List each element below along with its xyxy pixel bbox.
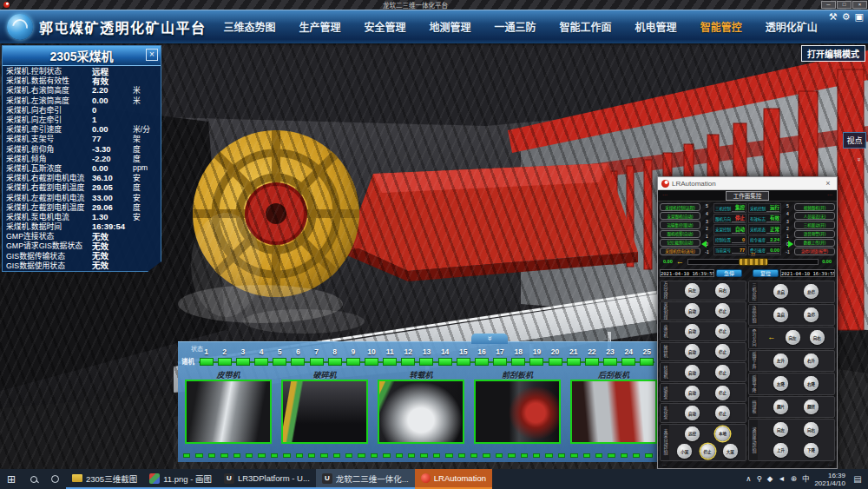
round-button-急启[interactable]: 急启 (773, 307, 788, 322)
support-status-block[interactable] (493, 358, 507, 366)
round-button-左升[interactable]: 左升 (773, 354, 788, 368)
taskbar-task[interactable]: 2305三维截图 (66, 469, 143, 489)
support-status-block[interactable] (218, 358, 232, 366)
support-status-block[interactable] (529, 358, 543, 366)
support-status-block[interactable] (621, 358, 635, 366)
round-button-启动[interactable]: 启动 (685, 406, 700, 420)
chevron-up-icon[interactable]: ∧ (746, 475, 751, 483)
panel-close-icon[interactable]: × (146, 49, 158, 61)
automation-left-small-button[interactable]: 支架跟机(自动) (660, 212, 700, 220)
round-button-停止[interactable]: 停止 (715, 303, 730, 318)
round-button-停止[interactable]: 停止 (715, 324, 730, 339)
round-button-小架[interactable]: 小架 (677, 444, 692, 459)
nav-item-机电管理[interactable]: 机电管理 (635, 19, 677, 34)
taskbar-task[interactable]: ULR3DPlatform - U... (218, 469, 316, 489)
automation-right-small-button[interactable]: 三机联动(开) (794, 221, 835, 228)
camera-feed-后刮板机[interactable] (570, 380, 657, 444)
viewpoint-tab[interactable]: 视点 (843, 132, 866, 149)
restore-icon[interactable]: ▣ (855, 12, 864, 22)
support-status-block[interactable] (383, 358, 397, 366)
speaker-icon[interactable]: ◄ (778, 475, 785, 483)
support-status-block[interactable] (585, 358, 599, 366)
round-button-向左[interactable]: 向左 (786, 330, 800, 345)
support-status-block[interactable] (346, 358, 360, 366)
automation-right-small-button[interactable]: 语音预警(开) (794, 230, 835, 238)
support-status-block[interactable] (401, 358, 415, 366)
support-status-block[interactable] (365, 358, 378, 366)
round-button-向左[interactable]: 向左 (685, 283, 700, 298)
round-button-大架[interactable]: 大架 (723, 444, 738, 459)
round-button-启动[interactable]: 启动 (685, 386, 700, 400)
nav-item-一通三防[interactable]: 一通三防 (495, 19, 536, 34)
round-button-下降[interactable]: 下降 (804, 443, 819, 458)
nav-item-智能管控[interactable]: 智能管控 (700, 19, 742, 34)
support-status-block[interactable] (438, 358, 452, 366)
automation-left-small-button[interactable]: 采煤机供电(送电) (660, 248, 700, 255)
support-status-block[interactable] (549, 358, 562, 366)
automation-right-small-button[interactable]: 视频跟机(开) (794, 203, 835, 211)
camera-feed-皮带机[interactable] (185, 380, 272, 444)
start-button[interactable]: ⊞ (0, 469, 23, 489)
position-slider[interactable]: 77 (687, 259, 819, 265)
support-status-block[interactable] (640, 358, 654, 366)
taskbar-task[interactable]: LRAutomation (415, 469, 492, 489)
round-button-停止[interactable]: 停止 (715, 344, 730, 359)
language-indicator[interactable]: 中 (802, 475, 810, 483)
round-button-右降[interactable]: 右降 (804, 376, 819, 391)
round-button-向右[interactable]: 向右 (810, 330, 825, 345)
camera-feed-转载机[interactable] (378, 380, 464, 444)
round-button-停止[interactable]: 停止 (715, 365, 730, 380)
taskbar-task[interactable]: U龙软二三维一体化... (316, 469, 415, 489)
slider-handle[interactable] (739, 258, 768, 266)
support-status-block[interactable] (457, 358, 470, 366)
microphone-icon[interactable]: ⚲ (757, 475, 762, 483)
round-button-启动[interactable]: 启动 (685, 365, 700, 380)
round-button-向右[interactable]: 向右 (715, 283, 730, 298)
round-button-远控[interactable]: 远控 (685, 426, 700, 441)
close-button[interactable]: × (852, 1, 867, 9)
round-button-停止[interactable]: 停止 (715, 406, 730, 420)
round-button-右升[interactable]: 右升 (804, 354, 819, 368)
round-button-向右[interactable]: 向右 (804, 422, 819, 437)
support-status-block[interactable] (328, 358, 342, 366)
support-status-block[interactable] (603, 358, 617, 366)
round-button-启动[interactable]: 启动 (685, 303, 700, 318)
support-status-block[interactable] (291, 358, 305, 366)
automation-left-small-button[interactable]: 运输集控(联动) (660, 221, 700, 228)
round-button-左降[interactable]: 左降 (773, 376, 788, 391)
camera-feed-前刮板机[interactable] (474, 380, 561, 444)
nav-item-安全管理[interactable]: 安全管理 (365, 19, 406, 34)
round-button-急停[interactable]: 急停 (804, 307, 819, 322)
round-button-总停[interactable]: 总停 (804, 284, 819, 299)
emergency-stop-button[interactable]: 急停 (716, 269, 742, 277)
tab-workface-control[interactable]: 工作面集控 (726, 191, 770, 201)
round-button-向左[interactable]: 向左 (773, 422, 788, 437)
minimize-button[interactable]: ─ (821, 1, 836, 9)
support-status-block[interactable] (475, 358, 489, 366)
search-button[interactable] (23, 469, 44, 489)
shield-icon[interactable]: ◆ (767, 475, 773, 483)
round-button-本地[interactable]: 本地 (715, 426, 730, 441)
notification-center-icon[interactable]: ▤ (851, 474, 865, 484)
automation-right-small-button[interactable]: 急停/闭锁(报警) (794, 248, 835, 255)
automation-right-small-button[interactable]: 人员接近(无) (794, 212, 835, 220)
taskbar-task[interactable]: 11.png - 画图 (143, 469, 218, 489)
support-status-block[interactable] (273, 358, 286, 366)
gear-icon[interactable]: ⚙ (842, 12, 851, 22)
support-status-block[interactable] (419, 358, 433, 366)
network-icon[interactable]: ⊕ (791, 475, 797, 483)
round-button-停止[interactable]: 停止 (700, 444, 715, 459)
round-button-停止[interactable]: 停止 (715, 386, 730, 400)
automation-left-small-button[interactable]: 采煤机控制(远程) (660, 203, 700, 211)
taskbar-clock[interactable]: 16:39 2021/4/10 (814, 472, 845, 487)
support-status-block[interactable] (254, 358, 268, 366)
lrautomation-close-icon[interactable]: × (823, 179, 833, 188)
tools-icon[interactable]: ⚒ (829, 12, 838, 22)
camera-feed-破碎机[interactable] (281, 380, 368, 444)
round-button-翻片[interactable]: 翻片 (773, 400, 788, 414)
nav-item-地测管理[interactable]: 地测管理 (430, 19, 471, 34)
open-edit-mode-button[interactable]: 打开编辑模式 (801, 45, 865, 62)
round-button-启动[interactable]: 启动 (685, 344, 700, 359)
support-status-block[interactable] (236, 358, 250, 366)
automation-left-small-button[interactable]: 跟机喷雾(自动) (660, 230, 700, 238)
